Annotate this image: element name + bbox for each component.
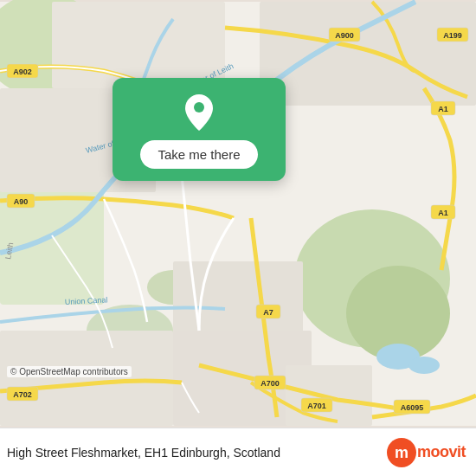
svg-text:A6095: A6095 (401, 403, 424, 412)
moovit-logo: m moovit (386, 437, 466, 468)
location-card: Take me there (113, 78, 286, 181)
moovit-name: moovit (417, 443, 466, 461)
svg-point-43 (194, 102, 204, 113)
svg-text:A700: A700 (261, 379, 280, 388)
moovit-icon-svg: m (386, 437, 417, 468)
svg-text:A7: A7 (263, 308, 273, 317)
svg-rect-14 (0, 331, 173, 426)
map-container[interactable]: A199 A902 A900 A1 A1 A90 A7 A700 (0, 0, 476, 428)
svg-rect-10 (52, 2, 225, 88)
svg-text:A199: A199 (443, 31, 462, 40)
info-bar: High Street Fleshmarket, EH1 Edinburgh, … (0, 428, 476, 476)
svg-text:A900: A900 (335, 31, 354, 40)
svg-text:A902: A902 (13, 68, 32, 76)
svg-text:A702: A702 (13, 390, 32, 399)
svg-text:A90: A90 (14, 197, 29, 206)
map-svg: A199 A902 A900 A1 A1 A90 A7 A700 (0, 0, 476, 428)
svg-point-4 (408, 357, 440, 374)
svg-rect-11 (260, 2, 476, 106)
pin-icon-wrapper (180, 93, 218, 132)
pin-icon (183, 94, 215, 131)
svg-text:A701: A701 (307, 402, 326, 410)
app: A199 A902 A900 A1 A1 A90 A7 A700 (0, 0, 476, 476)
location-text: High Street Fleshmarket, EH1 Edinburgh, … (7, 446, 386, 460)
osm-attribution: © OpenStreetMap contributors (7, 366, 132, 377)
take-me-there-button[interactable]: Take me there (140, 140, 257, 169)
svg-text:m: m (395, 444, 408, 461)
svg-text:A1: A1 (438, 209, 448, 217)
svg-text:A1: A1 (438, 105, 448, 113)
